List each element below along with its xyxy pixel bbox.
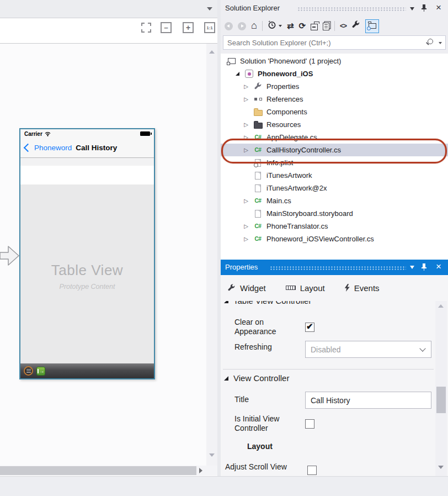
expander-collapsed-icon[interactable] [242, 222, 250, 231]
section-table-view-controller[interactable]: Table View Controller [224, 301, 429, 308]
tab-widget[interactable]: Widget [227, 283, 266, 293]
csharp-icon: C# [253, 145, 263, 155]
design-surface[interactable]: Carrier Phoneword Call History [0, 44, 206, 466]
section-view-controller[interactable]: View Controller [224, 373, 289, 383]
view-controller-icon[interactable] [24, 366, 33, 376]
expander-collapsed-icon[interactable] [242, 95, 250, 104]
zoom-out-button[interactable]: − [161, 22, 172, 33]
close-icon[interactable]: × [436, 2, 441, 13]
properties-wrench-icon[interactable] [351, 20, 360, 31]
tree-item-label: Info.plist [266, 159, 293, 167]
table-view-area[interactable]: Table View Prototype Content [20, 184, 154, 363]
tree-item-phoneword-ios[interactable]: Phoneword_iOS [221, 67, 448, 80]
tree-item-references[interactable]: References [221, 93, 448, 105]
refreshing-select[interactable]: Disabled [305, 341, 431, 358]
sync-active-document-icon[interactable] [287, 21, 294, 31]
refreshing-value: Disabled [311, 345, 340, 354]
show-all-files-icon[interactable] [323, 23, 329, 30]
tree-item-phonetranslator-cs[interactable]: C#PhoneTranslator.cs [221, 220, 448, 233]
adjust-scroll-view-checkbox[interactable] [307, 466, 317, 475]
refresh-icon[interactable] [298, 21, 306, 31]
back-chevron-icon[interactable] [24, 144, 33, 152]
fit-to-window-button[interactable] [141, 22, 152, 33]
right-dock-column: Solution Explorer × [221, 0, 448, 476]
expander-collapsed-icon[interactable] [242, 235, 250, 244]
pane-menu-chevron-down-icon[interactable] [207, 7, 212, 10]
iphone-view-controller[interactable]: Carrier Phoneword Call History [19, 128, 155, 379]
home-icon[interactable] [251, 21, 257, 31]
exit-segue-icon[interactable]: → [36, 367, 45, 376]
table-prototype-row[interactable] [20, 166, 154, 184]
close-icon[interactable]: × [436, 261, 441, 272]
tree-item-itunesartwork-2x[interactable]: iTunesArtwork@2x [221, 182, 448, 194]
tree-item-solution-phoneword-1-project[interactable]: Solution 'Phoneword' (1 project) [221, 55, 448, 67]
segue-arrow-icon[interactable] [0, 244, 20, 267]
expander-collapsed-icon[interactable] [242, 82, 250, 91]
tree-item-itunesartwork[interactable]: iTunesArtwork [221, 169, 448, 182]
pin-icon[interactable] [421, 4, 427, 12]
tab-layout[interactable]: Layout [286, 283, 325, 293]
zoom-in-button[interactable]: + [183, 22, 194, 33]
ios-navigation-bar: Phoneword Call History [20, 138, 154, 158]
csharp-icon: C# [253, 234, 263, 244]
refreshing-label: Refreshing [234, 342, 272, 352]
wifi-icon [45, 131, 51, 136]
title-label: Title [234, 395, 249, 404]
tree-item-mainstoryboard-storyboard[interactable]: MainStoryboard.storyboard [221, 207, 448, 220]
search-input[interactable] [223, 36, 426, 49]
tree-item-label: PhoneTranslator.cs [266, 222, 328, 230]
section-header-label: Table View Controller [233, 301, 311, 305]
history-filter-icon[interactable] [268, 20, 276, 31]
designer-horizontal-scrollbar[interactable] [0, 466, 217, 476]
horizontal-scroll-thumb[interactable] [0, 466, 196, 475]
is-initial-checkbox[interactable] [305, 419, 314, 429]
search-options-chevron-icon[interactable] [439, 42, 442, 44]
tree-item-phoneword-iosviewcontroller-cs[interactable]: C#Phoneword_iOSViewController.cs [221, 233, 448, 245]
file-icon [253, 209, 263, 218]
titlebar-drag-grip[interactable] [270, 266, 406, 270]
expander-expanded-icon[interactable] [233, 70, 242, 78]
expander-collapsed-icon[interactable] [242, 146, 250, 155]
scroll-up-icon[interactable] [209, 50, 215, 54]
window-position-chevron-icon[interactable] [410, 266, 414, 269]
ide-window: − + 1:1 ZOOM Carrier [0, 0, 448, 496]
scroll-down-icon[interactable] [438, 466, 444, 469]
scroll-right-icon[interactable] [199, 468, 202, 473]
window-position-chevron-icon[interactable] [410, 7, 414, 10]
collapse-all-icon[interactable] [311, 24, 318, 30]
tree-item-main-cs[interactable]: C#Main.cs [221, 194, 448, 207]
tree-item-label: AppDelegate.cs [266, 133, 317, 141]
tree-item-appdelegate-cs[interactable]: C#AppDelegate.cs [221, 131, 448, 144]
expander-collapsed-icon[interactable] [242, 120, 250, 129]
tree-item-components[interactable]: Components [221, 105, 448, 118]
clear-on-appearance-label: Clear on Appearance [234, 318, 295, 336]
back-button-label[interactable]: Phoneword [34, 144, 72, 152]
view-code-icon[interactable]: <> [340, 22, 346, 30]
title-input[interactable] [311, 396, 431, 405]
properties-vertical-scrollbar[interactable] [435, 301, 447, 476]
tree-item-label: iTunesArtwork [266, 171, 312, 180]
csharp-icon: C# [253, 196, 263, 205]
forward-button[interactable] [238, 22, 246, 30]
tree-item-properties[interactable]: Properties [221, 80, 448, 93]
section-collapse-icon [224, 376, 228, 381]
scroll-up-icon[interactable] [438, 304, 444, 308]
titlebar-drag-grip[interactable] [298, 7, 406, 11]
pin-icon[interactable] [421, 263, 427, 271]
expander-collapsed-icon[interactable] [242, 197, 250, 205]
expander-collapsed-icon[interactable] [242, 133, 250, 142]
ruler-icon [286, 286, 296, 290]
tab-events[interactable]: Events [345, 283, 380, 293]
tree-item-info-plist[interactable]: Info.plist [221, 156, 448, 169]
search-icon[interactable] [428, 39, 433, 44]
designer-vertical-scrollbar[interactable] [206, 44, 217, 466]
clear-on-appearance-checkbox[interactable] [305, 323, 314, 332]
back-button[interactable] [225, 22, 233, 30]
history-filter-chevron-icon[interactable] [279, 25, 282, 27]
tree-item-resources[interactable]: Resources [221, 118, 448, 131]
scroll-down-icon[interactable] [209, 453, 215, 457]
vertical-scroll-thumb[interactable] [436, 387, 446, 413]
preview-selected-items-button[interactable] [365, 19, 379, 33]
actual-size-button[interactable]: 1:1 [204, 22, 215, 33]
tree-item-callhistorycontroller-cs[interactable]: C#CallHistoryController.cs [221, 144, 448, 156]
